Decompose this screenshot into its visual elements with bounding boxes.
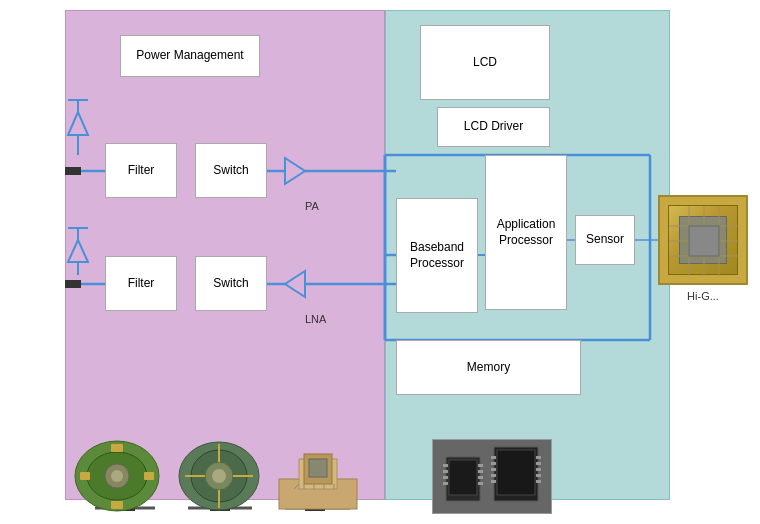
- lcd-label: LCD: [473, 55, 497, 71]
- svg-rect-89: [536, 474, 541, 477]
- filter-bottom-box: Filter: [105, 256, 177, 311]
- baseband-processor-label: BasebandProcessor: [410, 240, 464, 271]
- svg-rect-90: [536, 480, 541, 483]
- lna-label: LNA: [305, 313, 326, 325]
- filter-bottom-label: Filter: [128, 276, 155, 292]
- hi-g-label: Hi-G...: [658, 290, 748, 302]
- svg-rect-73: [443, 476, 448, 479]
- svg-rect-76: [478, 470, 483, 473]
- switch-top-label: Switch: [213, 163, 248, 179]
- svg-rect-72: [443, 470, 448, 473]
- svg-rect-71: [443, 464, 448, 467]
- svg-rect-86: [536, 456, 541, 459]
- svg-rect-85: [491, 480, 496, 483]
- lcd-box: LCD: [420, 25, 550, 100]
- svg-rect-50: [111, 444, 123, 452]
- diagram-container: Power Management Filter Switch Filter Sw…: [0, 0, 760, 524]
- switch-bottom-label: Switch: [213, 276, 248, 292]
- svg-rect-51: [111, 501, 123, 509]
- memory-chip-photo: [432, 439, 552, 514]
- svg-point-55: [212, 469, 226, 483]
- svg-rect-49: [144, 472, 154, 480]
- svg-rect-80: [497, 450, 535, 495]
- pcb-photo-2: [175, 439, 263, 514]
- svg-rect-87: [536, 462, 541, 465]
- svg-rect-78: [478, 482, 483, 485]
- memory-box: Memory: [396, 340, 581, 395]
- sensor-label: Sensor: [586, 232, 624, 248]
- svg-rect-75: [478, 464, 483, 467]
- svg-rect-70: [449, 460, 477, 495]
- pcb-photo-3: [274, 439, 362, 514]
- lcd-driver-label: LCD Driver: [464, 119, 523, 135]
- lcd-driver-box: LCD Driver: [437, 107, 550, 147]
- pcb-photo-1: [72, 439, 162, 514]
- pa-label: PA: [305, 200, 319, 212]
- filter-top-box: Filter: [105, 143, 177, 198]
- filter-top-label: Filter: [128, 163, 155, 179]
- svg-rect-48: [80, 472, 90, 480]
- switch-top-box: Switch: [195, 143, 267, 198]
- power-management-label: Power Management: [136, 48, 243, 64]
- memory-label: Memory: [467, 360, 510, 376]
- section-left: [65, 10, 385, 500]
- switch-bottom-box: Switch: [195, 256, 267, 311]
- power-management-box: Power Management: [120, 35, 260, 77]
- chip-detail: [668, 205, 738, 275]
- baseband-processor-box: BasebandProcessor: [396, 198, 478, 313]
- svg-rect-82: [491, 462, 496, 465]
- svg-rect-88: [536, 468, 541, 471]
- application-processor-label: ApplicationProcessor: [497, 217, 556, 248]
- svg-rect-77: [478, 476, 483, 479]
- svg-rect-74: [443, 482, 448, 485]
- svg-point-47: [111, 470, 123, 482]
- svg-rect-83: [491, 468, 496, 471]
- svg-rect-63: [309, 459, 327, 477]
- hi-g-chip-photo: [658, 195, 748, 285]
- application-processor-box: ApplicationProcessor: [485, 155, 567, 310]
- sensor-box: Sensor: [575, 215, 635, 265]
- svg-rect-84: [491, 474, 496, 477]
- svg-rect-81: [491, 456, 496, 459]
- svg-rect-43: [689, 226, 719, 256]
